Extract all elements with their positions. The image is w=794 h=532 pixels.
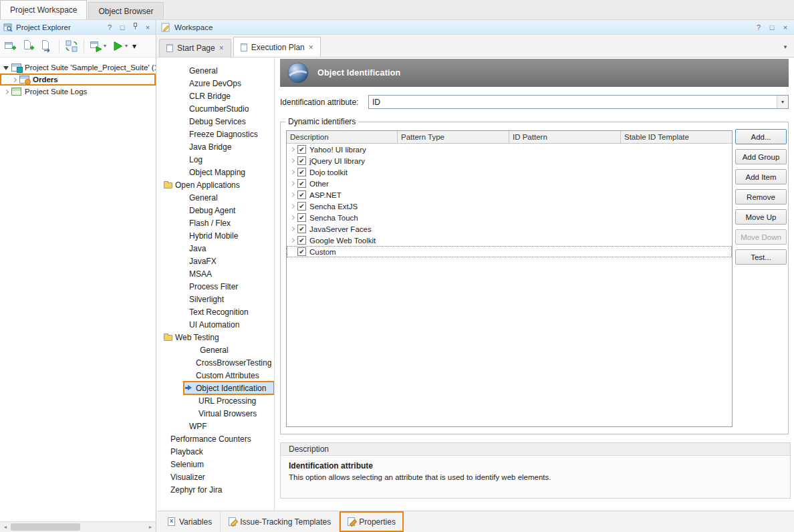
settings-nav-item-inner[interactable]: Web Testing xyxy=(162,331,274,344)
settings-nav-item[interactable]: MSAA xyxy=(157,267,274,280)
run-project-icon[interactable]: ▾ xyxy=(110,38,129,54)
bottom-tab[interactable]: Issue-Tracking Templates xyxy=(221,511,340,532)
action-button[interactable]: Move Down xyxy=(735,229,787,245)
action-button[interactable]: Remove xyxy=(735,189,787,205)
close-icon[interactable]: × xyxy=(143,23,152,32)
settings-nav-item-inner[interactable]: Selenium xyxy=(169,458,274,471)
pin-icon[interactable] xyxy=(130,23,140,32)
settings-nav-item[interactable]: Process Filter xyxy=(157,280,274,293)
action-button[interactable]: Test... xyxy=(735,249,787,265)
settings-nav-item[interactable]: Text Recognition xyxy=(157,305,274,318)
row-checkbox[interactable] xyxy=(297,225,306,233)
settings-nav-item-inner[interactable]: Hybrid Mobile xyxy=(188,229,274,242)
row-expander-icon[interactable] xyxy=(289,157,296,164)
settings-nav-item-inner[interactable]: Object Mapping xyxy=(188,166,274,178)
settings-nav-item-inner[interactable]: JavaFX xyxy=(188,255,274,267)
table-row[interactable]: JavaServer Faces xyxy=(287,223,732,235)
table-column-header[interactable]: Pattern Type xyxy=(398,131,509,143)
row-checkbox[interactable] xyxy=(297,156,306,165)
action-button[interactable]: Move Up xyxy=(735,209,787,225)
settings-nav-item-inner[interactable]: Visualizer xyxy=(169,471,274,483)
settings-nav-item-inner[interactable]: CucumberStudio xyxy=(188,102,274,115)
settings-nav-item[interactable]: CrossBrowserTesting xyxy=(157,356,274,369)
settings-nav-item[interactable]: Custom Attributes xyxy=(157,369,274,382)
scroll-left-icon[interactable]: ◄ xyxy=(0,522,11,532)
settings-nav-item-inner[interactable]: CrossBrowserTesting xyxy=(194,356,274,369)
row-checkbox[interactable] xyxy=(297,247,306,256)
main-tab[interactable]: Project Workspace xyxy=(0,0,87,19)
settings-nav-item-inner[interactable]: Custom Attributes xyxy=(194,369,274,382)
settings-nav-item-inner[interactable]: Debug Agent xyxy=(188,204,274,217)
action-button[interactable]: Add... xyxy=(735,129,787,144)
close-icon[interactable]: × xyxy=(781,23,790,32)
action-button[interactable]: Add Group xyxy=(735,149,787,164)
table-column-header[interactable]: Description xyxy=(287,131,398,143)
settings-nav-item[interactable]: Performance Counters xyxy=(157,432,274,445)
identification-attribute-select[interactable]: ID ▾ xyxy=(368,95,789,109)
tree-expander-icon[interactable] xyxy=(3,64,10,72)
row-checkbox[interactable] xyxy=(297,190,306,199)
scroll-right-icon[interactable]: ► xyxy=(145,522,156,532)
settings-nav-item[interactable]: Web Testing xyxy=(157,331,274,344)
settings-nav-item-inner[interactable]: Process Filter xyxy=(188,280,274,293)
settings-nav-item-inner[interactable]: Azure DevOps xyxy=(188,77,274,90)
table-column-header[interactable]: Stable ID Template xyxy=(621,131,732,143)
run-project-suite-icon[interactable]: ▾ xyxy=(88,38,108,54)
tab-list-chevron-icon[interactable]: ▾ xyxy=(779,43,792,57)
row-checkbox[interactable] xyxy=(297,236,306,245)
settings-nav-item[interactable]: Zephyr for Jira xyxy=(157,483,274,496)
settings-nav-item-inner[interactable]: UI Automation xyxy=(188,318,274,331)
row-expander-icon[interactable] xyxy=(289,146,296,153)
tree-expander-icon[interactable] xyxy=(11,76,18,84)
settings-nav-item[interactable]: CucumberStudio xyxy=(157,102,274,115)
tree-item[interactable]: Orders xyxy=(0,74,156,86)
settings-nav-item-inner[interactable]: Open Applications xyxy=(162,178,274,191)
organize-items-icon[interactable] xyxy=(63,38,80,54)
settings-nav-item-inner[interactable]: Text Recognition xyxy=(188,305,274,318)
settings-nav-item[interactable]: Playback xyxy=(157,445,274,458)
settings-nav-item-inner[interactable]: Freeze Diagnostics xyxy=(188,128,274,140)
settings-nav-item-inner[interactable]: Playback xyxy=(169,445,274,458)
row-expander-icon[interactable] xyxy=(289,214,296,221)
table-row[interactable]: Sencha Touch xyxy=(287,212,732,223)
row-expander-icon[interactable] xyxy=(289,203,296,210)
settings-nav-item[interactable]: General xyxy=(157,64,274,77)
settings-nav-item[interactable]: URL Processing xyxy=(157,394,274,407)
settings-nav-item[interactable]: Java xyxy=(157,242,274,255)
table-row[interactable]: Yahoo! UI library xyxy=(287,144,732,155)
settings-nav-item-inner[interactable]: CLR Bridge xyxy=(188,90,274,102)
float-icon[interactable]: □ xyxy=(118,23,127,32)
row-expander-icon[interactable] xyxy=(289,180,296,187)
table-row[interactable]: Dojo toolkit xyxy=(287,166,732,178)
settings-nav-item[interactable]: General xyxy=(157,191,274,204)
settings-nav-item-inner[interactable]: Zephyr for Jira xyxy=(169,483,274,496)
settings-nav-item[interactable]: Freeze Diagnostics xyxy=(157,128,274,140)
row-checkbox[interactable] xyxy=(297,202,306,211)
settings-nav-item[interactable]: Selenium xyxy=(157,458,274,471)
settings-nav-item[interactable]: WPF xyxy=(157,420,274,432)
float-icon[interactable]: □ xyxy=(767,23,777,32)
row-expander-icon[interactable] xyxy=(289,237,296,244)
open-project-item-icon[interactable] xyxy=(39,38,55,54)
settings-nav-item[interactable]: Log xyxy=(157,153,274,166)
document-tab[interactable]: Execution Plan × xyxy=(233,37,321,57)
settings-nav-item[interactable]: Hybrid Mobile xyxy=(157,229,274,242)
table-row[interactable]: Sencha ExtJS xyxy=(287,201,732,212)
settings-nav-item[interactable]: Object Mapping xyxy=(157,166,274,178)
settings-nav-item-inner[interactable]: Java Bridge xyxy=(188,140,274,153)
settings-nav-item-inner[interactable]: Performance Counters xyxy=(169,432,274,445)
bottom-tab[interactable]: Variables xyxy=(160,511,221,532)
settings-nav-item[interactable]: Java Bridge xyxy=(157,140,274,153)
table-row[interactable]: ASP.NET xyxy=(287,189,732,201)
settings-nav-item-inner[interactable]: Java xyxy=(188,242,274,255)
horizontal-scrollbar[interactable]: ◄ ► xyxy=(0,521,156,532)
table-row[interactable]: jQuery UI library xyxy=(287,155,732,166)
row-expander-icon[interactable] xyxy=(289,168,296,176)
settings-nav-item-inner[interactable]: General xyxy=(198,344,274,356)
new-project-item-icon[interactable] xyxy=(21,38,37,54)
close-icon[interactable]: × xyxy=(219,45,224,51)
settings-nav-item-inner[interactable]: General xyxy=(188,191,274,204)
settings-nav-item[interactable]: Debug Agent xyxy=(157,204,274,217)
help-icon[interactable]: ? xyxy=(105,23,114,32)
tree-item[interactable]: Project Suite Logs xyxy=(0,86,156,98)
